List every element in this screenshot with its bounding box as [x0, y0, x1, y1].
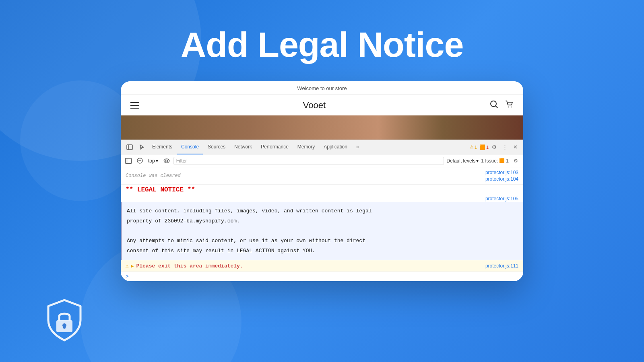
- block-line-2: property of 23b092-ba.myshopify.com.: [127, 218, 240, 224]
- legal-notice-text: ** LEGAL NOTICE **: [126, 186, 195, 193]
- browser-topbar: Welcome to our store: [121, 81, 523, 95]
- page-content: Add Legal Notice Welcome to our store Vo…: [0, 0, 644, 362]
- console-clear-icon[interactable]: [135, 156, 144, 165]
- devtools-badges: ⚠ 1 🟧 1: [470, 144, 489, 150]
- levels-label: Default levels: [446, 158, 475, 164]
- warning-triangle-icon: ⚠: [470, 144, 474, 150]
- levels-dropdown[interactable]: Default levels ▾: [446, 158, 479, 164]
- eye-icon[interactable]: [162, 156, 171, 165]
- devtools-kebab-icon[interactable]: ⋮: [500, 142, 510, 152]
- warning-row: ⚠ ▶ Please exit this area immediately. p…: [121, 260, 523, 272]
- console-block-header: protector.js:105: [121, 195, 523, 202]
- svg-rect-4: [127, 145, 132, 150]
- devtools-settings-icon[interactable]: ⚙: [489, 142, 499, 152]
- svg-point-10: [165, 160, 167, 162]
- devtools-tabs: Elements Console Sources Network Perform…: [121, 140, 523, 154]
- issues-count: 1: [506, 158, 509, 164]
- context-label: top: [148, 158, 155, 164]
- console-block-text: All site content, including files, image…: [127, 206, 518, 256]
- console-links-right: protector.js:103 protector.js:104: [485, 170, 518, 182]
- warning-message: Please exit this area immediately.: [136, 263, 243, 269]
- error-badge: 🟧 1: [479, 144, 489, 150]
- console-output: Console was cleared protector.js:103 pro…: [121, 167, 523, 281]
- hamburger-line-1: [130, 102, 139, 103]
- browser-card: Welcome to our store Vooet: [121, 81, 523, 281]
- error-icon: 🟧: [479, 144, 485, 150]
- tab-performance[interactable]: Performance: [257, 140, 293, 154]
- issues-label: 1 Issue:: [481, 158, 498, 164]
- prompt-arrow-icon: >: [126, 274, 129, 280]
- console-cleared-row: Console was cleared protector.js:103 pro…: [121, 167, 523, 185]
- context-dropdown[interactable]: top ▾: [147, 157, 160, 165]
- legal-notice-row: ** LEGAL NOTICE **: [121, 185, 523, 195]
- console-toolbar: top ▾ Default levels ▾ 1 Iss: [121, 154, 523, 167]
- console-link-103[interactable]: protector.js:103: [485, 170, 518, 175]
- console-link-105[interactable]: protector.js:105: [485, 196, 518, 202]
- warning-content: ⚠ ▶ Please exit this area immediately.: [126, 263, 243, 269]
- warning-badge: ⚠ 1: [470, 144, 477, 150]
- block-line-1: All site content, including files, image…: [127, 208, 372, 214]
- svg-point-2: [508, 107, 509, 107]
- warning-triangle-icon: ⚠: [126, 263, 129, 269]
- tab-console[interactable]: Console: [177, 140, 203, 154]
- console-link-111[interactable]: protector.js:111: [485, 263, 518, 269]
- search-icon[interactable]: [489, 100, 498, 111]
- console-settings-icon[interactable]: ⚙: [511, 156, 520, 165]
- svg-rect-6: [126, 158, 132, 163]
- tab-memory[interactable]: Memory: [293, 140, 319, 154]
- console-link-104[interactable]: protector.js:104: [485, 176, 518, 182]
- devtools-panel: Elements Console Sources Network Perform…: [121, 140, 523, 281]
- hamburger-line-3: [130, 108, 139, 109]
- chevron-down-icon: ▾: [156, 158, 158, 164]
- prompt-row: >: [121, 272, 523, 281]
- console-block: All site content, including files, image…: [121, 202, 523, 260]
- svg-line-1: [496, 106, 498, 108]
- tab-sources[interactable]: Sources: [204, 140, 229, 154]
- block-line-3: Any attempts to mimic said content, or u…: [127, 238, 365, 244]
- svg-point-3: [511, 107, 512, 107]
- tab-elements[interactable]: Elements: [148, 140, 176, 154]
- tab-network[interactable]: Network: [230, 140, 256, 154]
- hamburger-menu[interactable]: [130, 102, 139, 109]
- issues-icon: 🟧: [499, 158, 505, 163]
- nav-icons: [489, 100, 514, 111]
- svg-rect-13: [63, 325, 66, 329]
- hamburger-line-2: [130, 105, 139, 106]
- cart-icon[interactable]: [505, 100, 514, 111]
- tab-more[interactable]: »: [352, 140, 363, 154]
- store-name: Vooet: [303, 100, 326, 111]
- console-sidebar-icon[interactable]: [124, 156, 133, 165]
- store-nav: Vooet: [121, 95, 523, 115]
- topbar-text: Welcome to our store: [297, 85, 347, 91]
- page-title: Add Legal Notice: [181, 24, 464, 65]
- inspect-icon[interactable]: [136, 142, 147, 153]
- block-line-4: consent of this site may result in LEGAL…: [127, 248, 315, 254]
- devtools-close-icon[interactable]: ✕: [510, 142, 520, 152]
- tab-application[interactable]: Application: [320, 140, 351, 154]
- console-cleared-text: Console was cleared: [126, 173, 181, 179]
- shield-lock-icon: [40, 296, 89, 346]
- hero-banner: [121, 115, 523, 140]
- issues-badge[interactable]: 1 Issue: 🟧 1: [481, 158, 509, 164]
- warning-expand-icon[interactable]: ▶: [131, 263, 134, 269]
- sidebar-toggle-icon[interactable]: [124, 142, 135, 153]
- filter-input[interactable]: [176, 158, 442, 164]
- filter-box[interactable]: [173, 157, 444, 165]
- levels-chevron-icon: ▾: [476, 158, 479, 164]
